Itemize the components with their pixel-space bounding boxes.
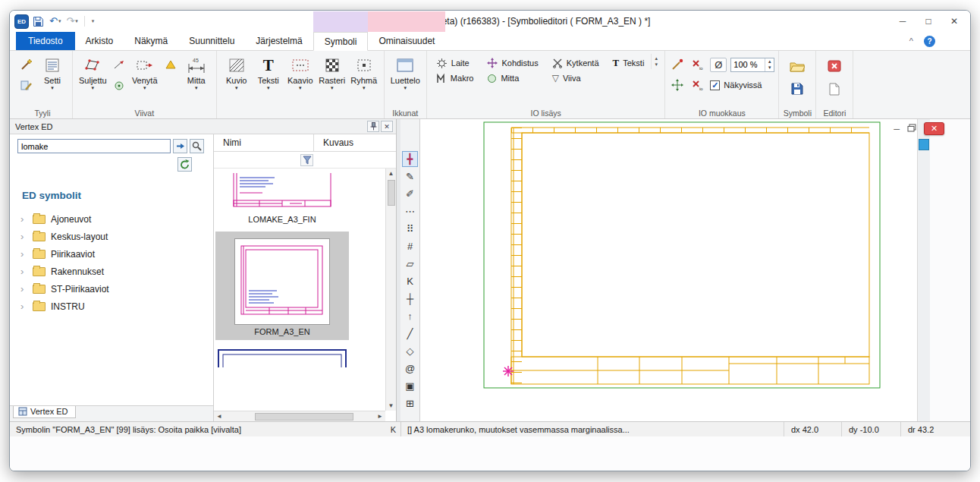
circle-dot-button[interactable]	[111, 78, 127, 93]
dock-close-button[interactable]: ✕	[381, 121, 393, 132]
teksti-io-button[interactable]: T Teksti	[608, 55, 650, 71]
luettelo-button[interactable]: Luettelo ▾	[388, 54, 422, 92]
io-move-button[interactable]	[669, 77, 686, 93]
chevron-right-icon[interactable]: ›	[20, 266, 33, 277]
scroll-up-icon[interactable]: ▴	[655, 55, 658, 61]
pin-button[interactable]	[367, 121, 379, 132]
window-single-icon[interactable]: ⊞	[402, 395, 418, 411]
style-edit-button[interactable]	[18, 78, 35, 93]
chevron-right-icon[interactable]: ›	[20, 301, 33, 312]
scrollbar-thumb[interactable]	[255, 413, 353, 421]
chevron-right-icon[interactable]: ›	[20, 248, 33, 260]
scroll-left-icon[interactable]: ◄	[214, 413, 225, 420]
tree-item-piirikaaviot[interactable]: ›Piirikaaviot	[20, 245, 213, 263]
tree-item-keskus-layout[interactable]: ›Keskus-layout	[20, 228, 213, 245]
draw-pen-icon[interactable]: ✎	[402, 169, 418, 184]
kuvio-button[interactable]: Kuvio ▾	[221, 54, 253, 92]
io-group-scrollbar[interactable]: ▴ ▾	[651, 54, 661, 69]
filter-button[interactable]	[300, 154, 313, 166]
k-factor-icon[interactable]: K	[402, 273, 418, 289]
search-go-button[interactable]	[173, 139, 187, 153]
canvas-vertical-scrollbar[interactable]	[917, 119, 930, 421]
scroll-right-icon[interactable]: ►	[375, 413, 385, 420]
teksti-button[interactable]: T Teksti ▾	[253, 54, 284, 92]
dot-grid-icon[interactable]: ⠿	[402, 221, 418, 237]
scrollbar-thumb[interactable]	[919, 139, 929, 150]
child-restore-button[interactable]	[907, 124, 916, 134]
maximize-button[interactable]: □	[916, 12, 941, 30]
list-item[interactable]: LOMAKE_A3_FIN	[215, 173, 349, 224]
new-document-button[interactable]	[826, 81, 843, 96]
list-item-selected[interactable]: FORM_A3_EN	[215, 232, 349, 340]
minimize-button[interactable]: ─	[890, 12, 916, 30]
windows-cascade-icon[interactable]: ▣	[402, 378, 418, 394]
tab-ominaisuudet[interactable]: Ominaisuudet	[368, 32, 445, 50]
setti-button[interactable]: Setti ▾	[36, 54, 68, 92]
tab-tiedosto[interactable]: Tiedosto	[16, 32, 75, 50]
diameter-button[interactable]: Ø	[710, 58, 727, 72]
kaavio-button[interactable]: Kaavio ▾	[284, 54, 316, 92]
undo-button[interactable]: ↶▾	[48, 15, 62, 27]
arrow-up-icon[interactable]: ↑	[402, 308, 418, 324]
io-edit-button[interactable]	[669, 57, 686, 72]
tree-item-ajoneuvot[interactable]: ›Ajoneuvot	[20, 210, 213, 228]
warning-button[interactable]	[162, 57, 179, 72]
tab-jarjestelma[interactable]: Järjestelmä	[245, 32, 313, 50]
column-header-nimi[interactable]: Nimi	[214, 134, 314, 151]
child-minimize-button[interactable]: ─	[894, 124, 900, 134]
tree-item-st-piirikaaviot[interactable]: ›ST-Piirikaaviot	[20, 280, 213, 298]
snap-cross-icon[interactable]: ┼	[402, 291, 418, 307]
slant-arrow-button[interactable]	[111, 57, 127, 72]
drawing-canvas[interactable]	[420, 119, 917, 421]
child-close-button[interactable]: ✕	[924, 122, 944, 135]
kohdistus-button[interactable]: Kohdistus	[482, 55, 543, 71]
close-editor-button[interactable]	[826, 58, 843, 74]
io-delete-button[interactable]: io	[689, 57, 706, 72]
mitta-io-button[interactable]: Mitta	[482, 71, 543, 86]
diagonal-line-icon[interactable]: ╱	[402, 326, 418, 342]
tab-suunnittelu[interactable]: Suunnittelu	[178, 32, 245, 50]
spiral-icon[interactable]: @	[402, 361, 418, 376]
laite-button[interactable]: Laite	[431, 55, 479, 71]
redo-button[interactable]: ↷▾	[64, 15, 79, 27]
dock-tab-vertex-ed[interactable]: Vertex ED	[13, 406, 76, 418]
viiva-button[interactable]: ▽ Viiva	[547, 71, 605, 86]
rasteri-button[interactable]: Rasteri ▾	[316, 54, 348, 92]
pen-arrow-icon[interactable]: ✐	[402, 186, 418, 202]
snap-target-icon[interactable]: ╋	[402, 151, 418, 167]
mitta-button[interactable]: 45 Mitta ▾	[181, 54, 212, 92]
search-input[interactable]	[17, 139, 171, 153]
refresh-button[interactable]	[177, 157, 192, 172]
chevron-right-icon[interactable]: ›	[20, 231, 33, 242]
kytkenta-button[interactable]: Kytkentä	[547, 55, 605, 71]
app-icon[interactable]: ED	[14, 14, 29, 29]
scrollbar-thumb[interactable]	[388, 180, 395, 206]
help-icon[interactable]: ?	[924, 36, 935, 47]
tree-item-rakennukset[interactable]: ›Rakennukset	[20, 263, 213, 280]
style-pick-button[interactable]	[18, 57, 35, 72]
search-button[interactable]	[190, 139, 204, 153]
save-symbol-button[interactable]	[789, 81, 806, 96]
tab-nakyma[interactable]: Näkymä	[124, 32, 178, 50]
ryhma-button[interactable]: Ryhmä ▾	[348, 54, 380, 92]
column-header-kuvaus[interactable]: Kuvaus	[314, 134, 396, 151]
list-item[interactable]	[215, 348, 349, 367]
node-dots-icon[interactable]: ⋯	[402, 203, 418, 219]
customize-qat-button[interactable]: ▾	[90, 17, 96, 25]
list-vertical-scrollbar[interactable]: ▲ ▼	[385, 169, 396, 411]
scroll-up-icon[interactable]: ▲	[388, 169, 394, 178]
zoom-down-icon[interactable]: ▼	[765, 65, 774, 71]
zoom-up-icon[interactable]: ▲	[765, 58, 774, 65]
io-remove-button[interactable]: io	[689, 77, 706, 93]
venyta-button[interactable]: Venytä ▾	[129, 54, 161, 92]
tab-symboli[interactable]: Symboli	[313, 32, 369, 51]
close-button[interactable]: ✕	[941, 12, 967, 30]
zoom-input[interactable]	[731, 58, 765, 71]
grid-icon[interactable]: #	[402, 238, 418, 254]
chevron-right-icon[interactable]: ›	[20, 213, 33, 225]
chevron-right-icon[interactable]: ›	[20, 283, 33, 295]
list-horizontal-scrollbar[interactable]: ◄ ►	[214, 411, 385, 421]
save-button[interactable]	[31, 15, 46, 28]
scroll-down-icon[interactable]: ▾	[655, 61, 658, 68]
suljettu-button[interactable]: Suljettu ▾	[77, 54, 109, 92]
